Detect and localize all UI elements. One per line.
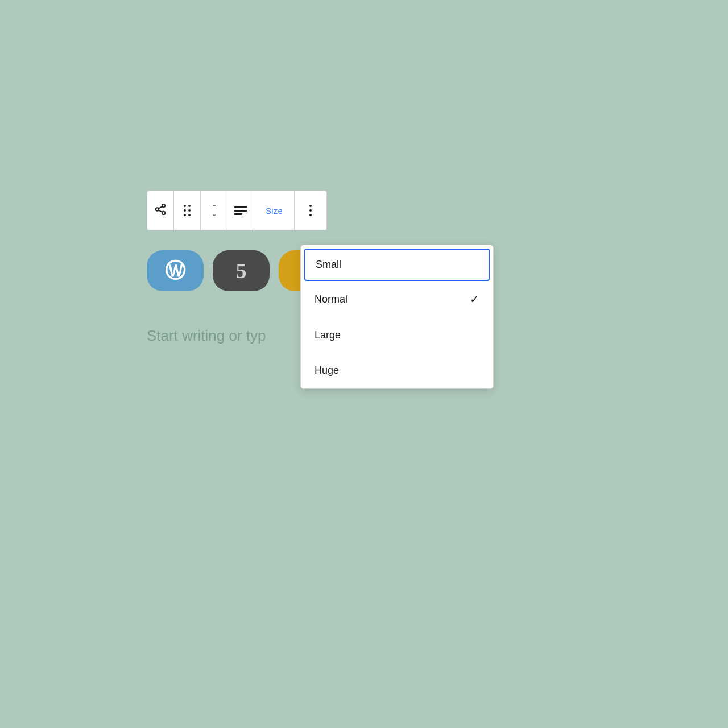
align-button[interactable] <box>228 191 254 230</box>
size-option-huge[interactable]: Huge <box>301 353 493 388</box>
more-dots-icon <box>309 205 312 216</box>
editor-placeholder: Start writing or typ <box>147 327 266 345</box>
move-updown-icon: ⌃ ⌄ <box>212 204 217 217</box>
move-group: ⌃ ⌄ <box>201 191 228 230</box>
size-label: Size <box>266 206 283 216</box>
size-button[interactable]: Size <box>254 191 294 230</box>
wordpress-icon-pill[interactable]: Ⓦ <box>147 250 204 291</box>
align-icon <box>234 206 247 215</box>
placeholder-content: Start writing or typ <box>147 327 266 344</box>
drag-dots-icon <box>184 205 191 217</box>
svg-line-3 <box>159 210 162 212</box>
checkmark-icon: ✓ <box>470 292 479 306</box>
wordpress-logo: Ⓦ <box>165 257 185 285</box>
move-button[interactable]: ⌃ ⌄ <box>201 191 227 230</box>
more-options-button[interactable] <box>295 191 326 230</box>
size-option-large[interactable]: Large <box>301 318 493 353</box>
share-icon <box>154 203 167 218</box>
more-group <box>295 191 326 230</box>
size-option-small-label: Small <box>316 259 341 271</box>
share-group <box>147 191 174 230</box>
size-option-normal-label: Normal <box>315 293 348 305</box>
align-group <box>228 191 254 230</box>
svg-line-4 <box>159 206 162 208</box>
drag-group <box>174 191 201 230</box>
size-option-small[interactable]: Small <box>304 249 490 281</box>
size-dropdown: Small Normal ✓ Large Huge <box>300 245 494 389</box>
size-option-large-label: Large <box>315 329 341 341</box>
drag-handle-button[interactable] <box>174 191 200 230</box>
size-option-huge-label: Huge <box>315 365 339 377</box>
share-button[interactable] <box>147 191 173 230</box>
size-group: Size <box>254 191 295 230</box>
five-icon-pill[interactable]: 5 <box>213 250 270 291</box>
five-logo: 5 <box>236 258 247 283</box>
size-option-normal[interactable]: Normal ✓ <box>301 281 493 318</box>
block-toolbar: ⌃ ⌄ Size <box>147 191 327 230</box>
